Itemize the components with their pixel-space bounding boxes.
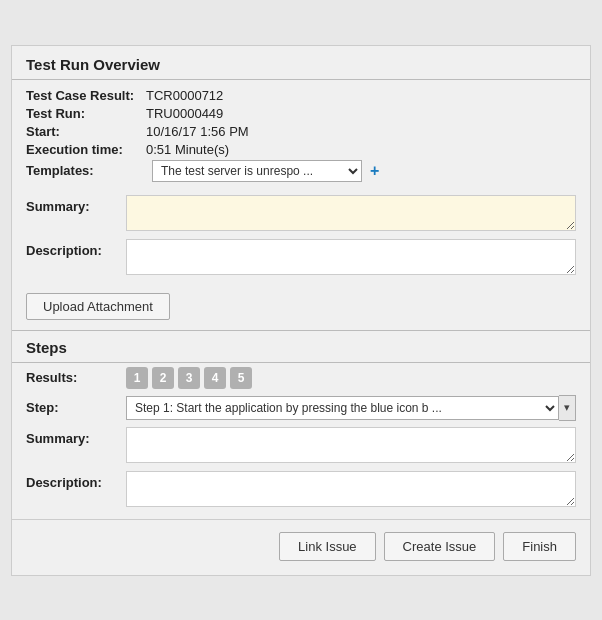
step-select-wrap: Step 1: Start the application by pressin…	[126, 395, 576, 421]
steps-description-input[interactable]	[126, 471, 576, 507]
steps-summary-wrap	[126, 427, 576, 463]
templates-label: Templates:	[26, 163, 146, 178]
description-wrap	[126, 239, 576, 275]
description-row: Description:	[26, 239, 576, 275]
step-select-row: Step: Step 1: Start the application by p…	[26, 395, 576, 421]
execution-row: Execution time: 0:51 Minute(s)	[26, 142, 576, 157]
step-select[interactable]: Step 1: Start the application by pressin…	[126, 396, 559, 420]
step-numbers: 1 2 3 4 5	[126, 367, 252, 389]
footer: Link Issue Create Issue Finish	[12, 519, 590, 575]
overview-form: Summary: Description:	[12, 189, 590, 287]
create-issue-button[interactable]: Create Issue	[384, 532, 496, 561]
finish-button[interactable]: Finish	[503, 532, 576, 561]
steps-summary-label: Summary:	[26, 427, 126, 446]
step-num-5[interactable]: 5	[230, 367, 252, 389]
summary-input[interactable]	[126, 195, 576, 231]
start-value: 10/16/17 1:56 PM	[146, 124, 249, 139]
test-case-result-row: Test Case Result: TCR0000712	[26, 88, 576, 103]
steps-title: Steps	[12, 331, 590, 362]
steps-description-label: Description:	[26, 471, 126, 490]
steps-summary-row: Summary:	[26, 427, 576, 463]
summary-row: Summary:	[26, 195, 576, 231]
step-num-2[interactable]: 2	[152, 367, 174, 389]
test-case-result-value: TCR0000712	[146, 88, 223, 103]
templates-row: Templates: The test server is unrespo ..…	[26, 160, 576, 182]
test-run-label: Test Run:	[26, 106, 146, 121]
link-issue-button[interactable]: Link Issue	[279, 532, 376, 561]
templates-select[interactable]: The test server is unrespo ...	[152, 160, 362, 182]
results-label: Results:	[26, 370, 126, 385]
execution-value: 0:51 Minute(s)	[146, 142, 229, 157]
panel-title: Test Run Overview	[12, 46, 590, 79]
results-row: Results: 1 2 3 4 5	[26, 367, 576, 389]
step-dropdown-button[interactable]: ▾	[559, 395, 576, 421]
step-num-3[interactable]: 3	[178, 367, 200, 389]
test-run-value: TRU0000449	[146, 106, 223, 121]
dropdown-arrow-icon: ▾	[564, 401, 570, 414]
steps-form: Results: 1 2 3 4 5 Step: Step 1: Start t…	[12, 363, 590, 519]
step-num-4[interactable]: 4	[204, 367, 226, 389]
steps-description-row: Description:	[26, 471, 576, 507]
test-run-row: Test Run: TRU0000449	[26, 106, 576, 121]
add-template-button[interactable]: +	[368, 162, 381, 180]
steps-description-wrap	[126, 471, 576, 507]
step-num-1[interactable]: 1	[126, 367, 148, 389]
execution-label: Execution time:	[26, 142, 146, 157]
description-input[interactable]	[126, 239, 576, 275]
main-panel: Test Run Overview Test Case Result: TCR0…	[11, 45, 591, 576]
description-label: Description:	[26, 239, 126, 258]
step-label: Step:	[26, 400, 126, 415]
start-label: Start:	[26, 124, 146, 139]
test-case-result-label: Test Case Result:	[26, 88, 146, 103]
start-row: Start: 10/16/17 1:56 PM	[26, 124, 576, 139]
steps-summary-input[interactable]	[126, 427, 576, 463]
summary-wrap	[126, 195, 576, 231]
summary-label: Summary:	[26, 195, 126, 214]
upload-attachment-button[interactable]: Upload Attachment	[26, 293, 170, 320]
info-table: Test Case Result: TCR0000712 Test Run: T…	[12, 80, 590, 189]
